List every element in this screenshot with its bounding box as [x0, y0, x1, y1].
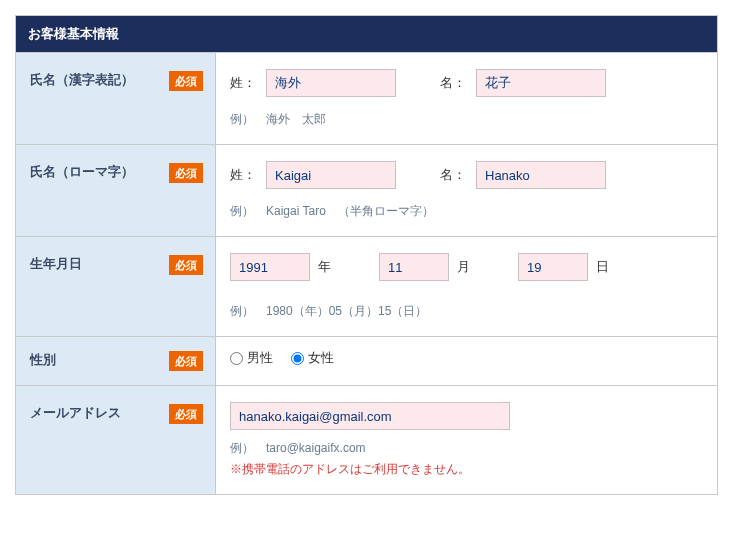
birth-day-input[interactable] [518, 253, 588, 281]
customer-basic-info-panel: お客様基本情報 氏名（漢字表記） 必須 姓： 名： 例） 海外 太郎 氏名（ロー… [15, 15, 718, 495]
email-note: ※携帯電話のアドレスはご利用できません。 [230, 461, 703, 478]
sei-label-roman: 姓： [230, 166, 256, 184]
required-badge: 必須 [169, 71, 203, 91]
required-badge: 必須 [169, 255, 203, 275]
mei-label-roman: 名： [440, 166, 466, 184]
sei-roman-input[interactable] [266, 161, 396, 189]
field-cell-gender: 男性 女性 [216, 337, 717, 385]
label-cell-email: メールアドレス 必須 [16, 386, 216, 494]
label-email: メールアドレス [30, 404, 121, 422]
year-suffix: 年 [318, 258, 331, 276]
required-badge: 必須 [169, 404, 203, 424]
label-birthdate: 生年月日 [30, 255, 82, 273]
gender-radio-female[interactable] [291, 352, 304, 365]
row-gender: 性別 必須 男性 女性 [16, 336, 717, 385]
label-cell-name-kanji: 氏名（漢字表記） 必須 [16, 53, 216, 144]
gender-radio-male[interactable] [230, 352, 243, 365]
required-badge: 必須 [169, 163, 203, 183]
mei-roman-input[interactable] [476, 161, 606, 189]
label-name-kanji: 氏名（漢字表記） [30, 71, 134, 89]
day-suffix: 日 [596, 258, 609, 276]
row-email: メールアドレス 必須 例） taro@kaigaifx.com ※携帯電話のアド… [16, 385, 717, 494]
label-cell-name-roman: 氏名（ローマ字） 必須 [16, 145, 216, 236]
example-birthdate: 例） 1980（年）05（月）15（日） [230, 303, 703, 320]
sei-label: 姓： [230, 74, 256, 92]
birth-year-input[interactable] [230, 253, 310, 281]
gender-female-label: 女性 [308, 349, 334, 367]
row-name-roman: 氏名（ローマ字） 必須 姓： 名： 例） Kaigai Taro （半角ローマ字… [16, 144, 717, 236]
example-email: 例） taro@kaigaifx.com [230, 440, 703, 457]
example-name-roman: 例） Kaigai Taro （半角ローマ字） [230, 203, 703, 220]
panel-title: お客様基本情報 [28, 26, 119, 41]
gender-option-female[interactable]: 女性 [291, 349, 334, 367]
field-cell-name-kanji: 姓： 名： 例） 海外 太郎 [216, 53, 717, 144]
gender-option-male[interactable]: 男性 [230, 349, 273, 367]
label-name-roman: 氏名（ローマ字） [30, 163, 134, 181]
label-gender: 性別 [30, 351, 56, 369]
field-cell-email: 例） taro@kaigaifx.com ※携帯電話のアドレスはご利用できません… [216, 386, 717, 494]
mei-label: 名： [440, 74, 466, 92]
field-cell-birthdate: 年 月 日 例） 1980（年）05（月）15（日） [216, 237, 717, 336]
gender-male-label: 男性 [247, 349, 273, 367]
panel-header: お客様基本情報 [16, 16, 717, 52]
example-name-kanji: 例） 海外 太郎 [230, 111, 703, 128]
label-cell-birthdate: 生年月日 必須 [16, 237, 216, 336]
label-cell-gender: 性別 必須 [16, 337, 216, 385]
row-name-kanji: 氏名（漢字表記） 必須 姓： 名： 例） 海外 太郎 [16, 52, 717, 144]
field-cell-name-roman: 姓： 名： 例） Kaigai Taro （半角ローマ字） [216, 145, 717, 236]
birth-month-input[interactable] [379, 253, 449, 281]
required-badge: 必須 [169, 351, 203, 371]
email-input[interactable] [230, 402, 510, 430]
mei-kanji-input[interactable] [476, 69, 606, 97]
row-birthdate: 生年月日 必須 年 月 日 例） 1980（年）05（月）15（日） [16, 236, 717, 336]
month-suffix: 月 [457, 258, 470, 276]
sei-kanji-input[interactable] [266, 69, 396, 97]
